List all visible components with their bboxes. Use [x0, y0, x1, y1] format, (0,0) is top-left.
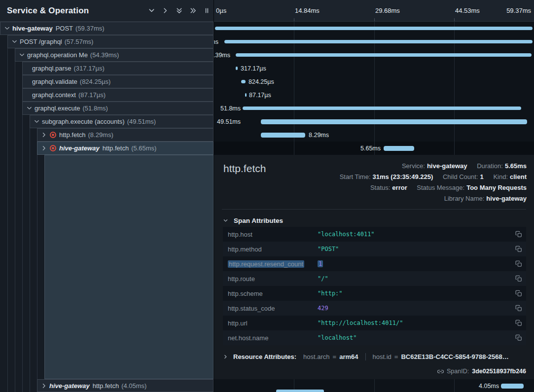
- copy-icon[interactable]: [515, 260, 522, 267]
- tree-row[interactable]: POST /graphql (57.57ms): [7, 35, 214, 48]
- span-duration: (317.17µs): [74, 65, 105, 72]
- meta-status-message: Too Many Requests: [466, 184, 527, 191]
- chevron-right-icon[interactable]: [162, 7, 169, 14]
- chevron-down-icon[interactable]: [4, 25, 10, 32]
- attribute-row: net.host.name "localhost": [223, 330, 526, 345]
- span-bar[interactable]: [245, 93, 247, 97]
- attribute-key: http.status_code: [228, 305, 318, 312]
- span-bar[interactable]: [243, 107, 521, 110]
- span-attributes-table: http.host "localhost:4011" http.method "…: [223, 227, 526, 345]
- meta-child-count: 1: [480, 173, 484, 180]
- span-service: hive-gateway: [49, 382, 90, 390]
- tree-row-selected[interactable]: hive-gateway http.fetch (5.65ms): [37, 142, 214, 155]
- chevron-down-icon[interactable]: [148, 7, 155, 14]
- tree-header: Service & Operation: [0, 0, 214, 22]
- attribute-value: "http://localhost:4011/": [318, 320, 511, 326]
- meta-line: Library Name:hive-gateway: [332, 193, 527, 204]
- tick-mark: [294, 18, 294, 21]
- tree-row[interactable]: graphql.context (87.17µs): [22, 88, 214, 102]
- span-duration: (824.25µs): [80, 78, 110, 85]
- span-tree-panel: Service & Operation hive-gateway POST (5…: [0, 0, 214, 392]
- chevrons-down-icon[interactable]: [176, 7, 183, 14]
- timeline-row: 4.05ms: [214, 379, 534, 392]
- span-duration: (54.39ms): [90, 51, 119, 59]
- span-bar[interactable]: [384, 146, 414, 151]
- tick-label: 0µs: [216, 7, 226, 14]
- tree-row[interactable]: http.fetch (8.29ms): [37, 128, 214, 142]
- copy-icon[interactable]: [515, 275, 522, 282]
- attribute-value: "localhost:4011": [318, 231, 511, 238]
- tree-guide-line: [15, 22, 15, 392]
- span-bar[interactable]: [261, 119, 527, 124]
- span-duration: (8.29ms): [88, 131, 113, 139]
- copy-icon[interactable]: [515, 231, 522, 238]
- chevron-down-icon[interactable]: [34, 118, 40, 125]
- tick-label: 59.37ms: [506, 7, 531, 14]
- span-bar-partial[interactable]: [276, 390, 324, 392]
- span-operation: graphql.validate: [32, 78, 77, 85]
- span-id-label: SpanID:: [447, 368, 469, 375]
- copy-icon[interactable]: [515, 246, 522, 252]
- tree-row[interactable]: graphql.operation Me (54.39ms): [15, 48, 214, 62]
- chevrons-right-icon[interactable]: [189, 7, 197, 14]
- error-badge-icon: [50, 145, 56, 151]
- tree-row[interactable]: subgraph.execute (accounts) (49.51ms): [30, 115, 214, 128]
- error-badge-icon: [50, 132, 56, 138]
- resource-attributes-header: Resource Attributes:: [233, 353, 296, 360]
- span-operation: POST: [56, 25, 73, 32]
- span-bar[interactable]: [241, 80, 246, 83]
- tree-row[interactable]: graphql.parse (317.17µs): [22, 62, 214, 75]
- meta-line: Service:hive-gateway Duration:5.65ms: [332, 161, 527, 172]
- span-duration: (51.8ms): [83, 105, 108, 112]
- tick-mark: [454, 18, 455, 21]
- span-service: hive-gateway: [12, 25, 53, 32]
- copy-icon[interactable]: [515, 305, 522, 312]
- equals-sign: =: [394, 353, 398, 360]
- span-attributes-header[interactable]: Span Attributes: [223, 217, 283, 224]
- span-operation: http.fetch: [93, 382, 119, 390]
- attribute-row: http.method "POST": [223, 242, 526, 256]
- timeline-row: 8.29ms: [214, 128, 534, 142]
- tree-guide-line: [7, 22, 8, 392]
- span-duration: (87.17µs): [78, 91, 106, 99]
- tree-row[interactable]: graphql.validate (824.25µs): [22, 75, 214, 88]
- tree-row[interactable]: graphql.execute (51.8ms): [22, 102, 214, 115]
- splitter-icon[interactable]: [203, 7, 211, 14]
- copy-icon[interactable]: [515, 320, 522, 326]
- chevron-down-icon[interactable]: [26, 105, 33, 111]
- span-bar[interactable]: [215, 27, 533, 30]
- span-bar[interactable]: [261, 133, 305, 138]
- span-duration: (57.57ms): [65, 38, 94, 45]
- timeline-panel: 0µs 14.84ms 29.68ms 44.53ms 59.37ms 57.5…: [214, 0, 534, 392]
- attribute-key: http.method: [228, 246, 318, 253]
- chevron-down-icon[interactable]: [19, 52, 25, 58]
- timeline-row: 54.39ms: [214, 48, 534, 62]
- copy-icon[interactable]: [515, 334, 522, 341]
- span-bar[interactable]: [236, 53, 532, 57]
- chevron-right-icon: [223, 354, 228, 359]
- span-bar[interactable]: [236, 67, 238, 70]
- timeline-row-selected: 5.65ms: [214, 142, 534, 155]
- meta-line: Status:error Status Message:Too Many Req…: [332, 182, 527, 193]
- chevron-right-icon[interactable]: [41, 132, 47, 138]
- tree-row[interactable]: hive-gateway POST (59.37ms): [0, 22, 214, 35]
- chevron-down-icon[interactable]: [11, 38, 18, 45]
- tick-label: 29.68ms: [375, 7, 400, 14]
- link-icon[interactable]: [437, 368, 444, 375]
- span-operation: http.fetch: [103, 144, 129, 152]
- tree-row[interactable]: hive-gateway http.fetch (4.05ms): [37, 379, 214, 392]
- chevron-right-icon[interactable]: [41, 383, 47, 389]
- timeline-row: 317.17µs: [214, 62, 534, 75]
- span-duration: (4.05ms): [121, 382, 146, 390]
- span-bar[interactable]: [224, 40, 533, 43]
- resource-attributes-row[interactable]: Resource Attributes: host.arch = arm64 h…: [223, 353, 526, 360]
- attribute-row: http.status_code 429: [223, 301, 526, 316]
- chevron-right-icon[interactable]: [41, 145, 47, 151]
- attribute-value: "/": [318, 275, 511, 282]
- span-bar[interactable]: [501, 384, 524, 389]
- span-detail-meta: Service:hive-gateway Duration:5.65ms Sta…: [332, 161, 527, 204]
- copy-icon[interactable]: [515, 290, 522, 297]
- meta-service: hive-gateway: [427, 162, 467, 170]
- span-operation: graphql.parse: [32, 65, 71, 72]
- attribute-value: "localhost": [318, 334, 511, 341]
